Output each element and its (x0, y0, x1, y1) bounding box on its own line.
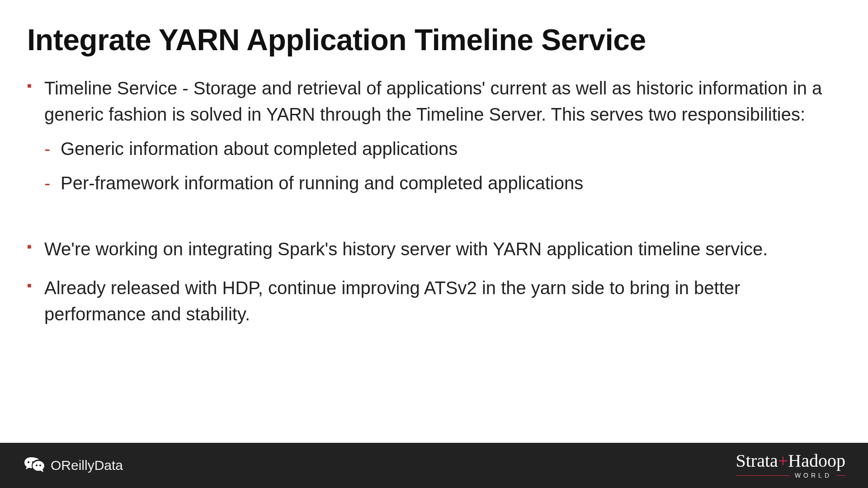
brand-logo: Strata+Hadoop (736, 452, 845, 470)
footer-right: Strata+Hadoop WORLD (736, 452, 845, 479)
footer-left: OReillyData (23, 455, 123, 476)
svg-point-2 (36, 465, 38, 466)
svg-point-3 (39, 465, 41, 466)
spacer (27, 209, 841, 236)
bullet-item: Already released with HDP, continue impr… (27, 275, 841, 327)
svg-point-0 (28, 461, 29, 463)
slide-title: Integrate YARN Application Timeline Serv… (27, 23, 841, 57)
brand-line (836, 475, 845, 476)
brand-part-a: Strata (736, 450, 778, 471)
bullet-text: Already released with HDP, continue impr… (44, 278, 740, 324)
sub-bullet-text: Per-framework information of running and… (61, 173, 583, 193)
slide-content: Integrate YARN Application Timeline Serv… (0, 0, 868, 327)
sub-bullet-text: Generic information about completed appl… (61, 139, 458, 159)
brand-line (736, 475, 790, 476)
chat-icon (23, 455, 44, 476)
bullet-item: We're working on integrating Spark's his… (27, 236, 841, 262)
slide: Integrate YARN Application Timeline Serv… (0, 0, 868, 488)
bullet-list: Timeline Service - Storage and retrieval… (27, 75, 841, 196)
bullet-text: Timeline Service - Storage and retrieval… (44, 78, 822, 124)
sub-bullet-list: Generic information about completed appl… (44, 136, 841, 196)
bullet-text: We're working on integrating Spark's his… (44, 239, 768, 259)
brand-subtitle: WORLD (736, 472, 845, 479)
sub-bullet-item: Per-framework information of running and… (44, 170, 841, 196)
brand-plus: + (778, 450, 788, 471)
brand-part-b: Hadoop (788, 450, 845, 471)
brand-sub-text: WORLD (795, 472, 832, 479)
footer: OReillyData Strata+Hadoop WORLD (0, 443, 868, 488)
sub-bullet-item: Generic information about completed appl… (44, 136, 841, 162)
bullet-item: Timeline Service - Storage and retrieval… (27, 75, 841, 196)
footer-handle: OReillyData (51, 458, 123, 473)
bullet-list: We're working on integrating Spark's his… (27, 236, 841, 327)
